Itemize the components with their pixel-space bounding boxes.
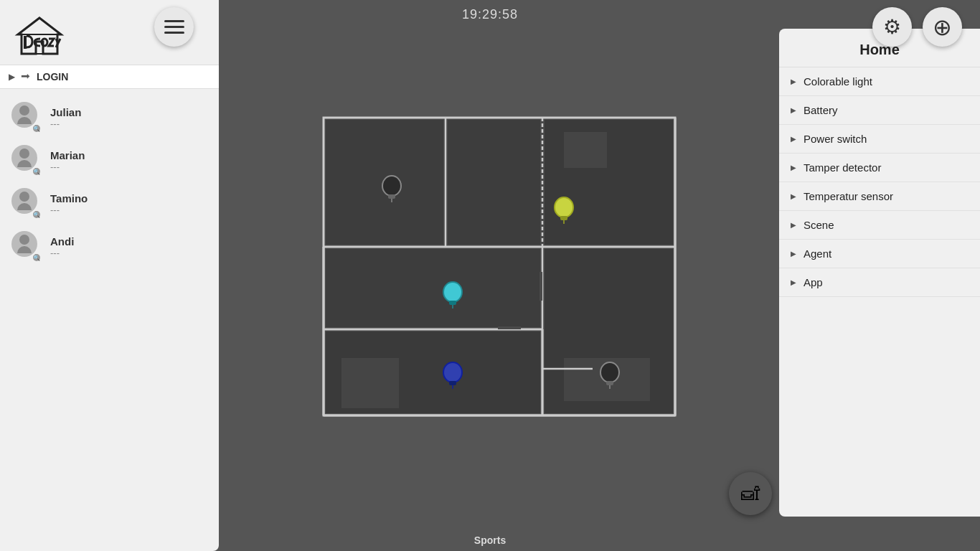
avatar-wrap: 🔍 [11, 188, 40, 220]
sidebar-item-label: Tamper detector [804, 161, 881, 174]
svg-rect-1 [22, 34, 57, 54]
svg-rect-43 [449, 381, 456, 385]
user-status: --- [50, 118, 207, 129]
user-info: Marian --- [50, 149, 207, 172]
svg-rect-27 [564, 132, 607, 168]
sidebar-menu-item[interactable]: ▶ Scene [779, 211, 980, 240]
right-sidebar: Home ▶ Colorable light ▶ Battery ▶ Power… [779, 29, 980, 517]
menu-button[interactable] [154, 7, 194, 47]
avatar-search-icon: 🔍 [32, 166, 42, 176]
sidebar-menu-item[interactable]: ▶ Colorable light [779, 67, 980, 96]
user-info: Julian --- [50, 106, 207, 129]
user-item[interactable]: 🔍 Tamino --- [0, 182, 219, 225]
svg-rect-37 [560, 216, 567, 220]
sidebar-item-label: Scene [804, 219, 834, 231]
svg-rect-20 [448, 120, 540, 245]
sofa-button[interactable]: 🛋 [729, 472, 772, 515]
left-sidebar: ▶ ⮕ LOGIN 🔍 Julian --- [0, 0, 219, 551]
svg-rect-22 [326, 249, 540, 327]
sidebar-item-label: Colorable light [804, 75, 872, 88]
user-item[interactable]: 🔍 Julian --- [0, 96, 219, 139]
avatar-search-icon: 🔍 [32, 209, 42, 220]
hamburger-line-1 [164, 20, 184, 22]
user-status: --- [50, 161, 207, 172]
clock-display: 19:29:58 [462, 7, 518, 22]
sidebar-arrow-icon: ▶ [791, 77, 796, 85]
svg-rect-46 [606, 381, 613, 385]
plus-icon: ⊕ [933, 16, 952, 39]
sidebar-arrow-icon: ▶ [791, 135, 796, 143]
user-name: Tamino [50, 192, 207, 204]
svg-rect-2 [24, 36, 27, 49]
user-status: --- [50, 204, 207, 215]
sidebar-item-label: Power switch [804, 133, 867, 145]
user-item[interactable]: 🔍 Andi --- [0, 225, 219, 268]
gear-button[interactable]: ⚙ [872, 7, 912, 47]
sidebar-arrow-icon: ▶ [791, 164, 796, 171]
floorplan-area [219, 29, 779, 529]
sidebar-arrow-icon: ▶ [791, 106, 796, 114]
top-bar: 19:29:58 [0, 0, 980, 29]
plus-button[interactable]: ⊕ [923, 7, 962, 47]
sidebar-menu-item[interactable]: ▶ Battery [779, 96, 980, 125]
svg-point-33 [382, 176, 401, 196]
gear-icon: ⚙ [883, 15, 901, 39]
login-button[interactable]: ▶ ⮕ LOGIN [0, 65, 219, 89]
sidebar-arrow-icon: ▶ [791, 192, 796, 200]
avatar-search-icon: 🔍 [32, 123, 42, 133]
user-name: Julian [50, 106, 207, 118]
users-list: 🔍 Julian --- 🔍 Marian --- [0, 89, 219, 276]
user-name: Marian [50, 149, 207, 161]
sidebar-menu-item[interactable]: ▶ Tamper detector [779, 154, 980, 182]
svg-rect-34 [388, 194, 395, 199]
sidebar-arrow-icon: ▶ [791, 221, 796, 229]
sidebar-menu-item[interactable]: ▶ App [779, 268, 980, 297]
sidebar-menu-item[interactable]: ▶ Agent [779, 240, 980, 268]
floorplan-svg [320, 114, 679, 444]
sidebar-item-label: App [804, 276, 823, 288]
avatar-wrap: 🔍 [11, 145, 40, 176]
sidebar-arrow-icon: ▶ [791, 250, 796, 258]
user-info: Tamino --- [50, 192, 207, 215]
user-info: Andi --- [50, 235, 207, 258]
svg-point-42 [443, 362, 462, 382]
avatar-wrap: 🔍 [11, 231, 40, 263]
avatar-search-icon: 🔍 [32, 253, 42, 263]
hamburger-line-2 [164, 26, 184, 28]
svg-point-36 [555, 197, 573, 217]
sidebar-item-label: Agent [804, 248, 831, 260]
svg-point-39 [443, 282, 462, 302]
svg-point-45 [600, 362, 619, 382]
sofa-icon: 🛋 [741, 483, 760, 505]
sidebar-arrow-icon: ▶ [791, 278, 796, 286]
user-status: --- [50, 248, 207, 258]
svg-rect-21 [545, 120, 673, 245]
hamburger-line-3 [164, 32, 184, 34]
user-name: Andi [50, 235, 207, 248]
svg-rect-25 [341, 358, 399, 408]
login-arrow-icon: ▶ [9, 72, 15, 82]
sidebar-item-label: Battery [804, 104, 838, 116]
svg-point-3 [42, 39, 47, 46]
sidebar-menu-item[interactable]: ▶ Temperatur sensor [779, 182, 980, 211]
avatar-wrap: 🔍 [11, 102, 40, 133]
right-sidebar-items: ▶ Colorable light ▶ Battery ▶ Power swit… [779, 67, 980, 297]
svg-rect-40 [449, 301, 456, 305]
sidebar-item-label: Temperatur sensor [804, 190, 893, 202]
user-item[interactable]: 🔍 Marian --- [0, 139, 219, 182]
login-label: LOGIN [37, 71, 68, 83]
login-icon: ⮕ [21, 71, 31, 83]
sidebar-menu-item[interactable]: ▶ Power switch [779, 125, 980, 154]
bottom-label: Sports [474, 534, 506, 546]
